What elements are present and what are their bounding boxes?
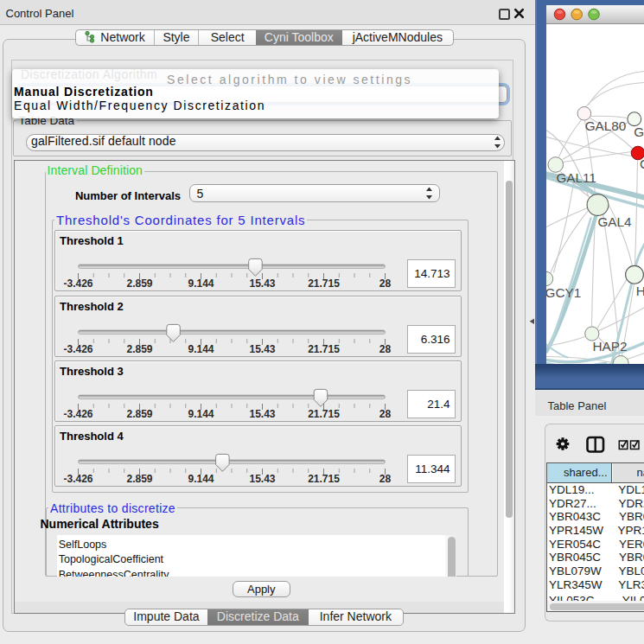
svg-text:GAL11: GAL11 bbox=[556, 169, 596, 184]
svg-text:GCY1: GCY1 bbox=[546, 284, 581, 299]
svg-text:15.43: 15.43 bbox=[249, 277, 275, 290]
svg-text:HAP2: HAP2 bbox=[592, 338, 627, 353]
svg-text:-3.426: -3.426 bbox=[63, 277, 92, 290]
svg-text:9.144: 9.144 bbox=[188, 342, 214, 354]
svg-text:9.144: 9.144 bbox=[188, 407, 214, 419]
svg-text:GAL4: GAL4 bbox=[597, 214, 632, 228]
svg-text:28: 28 bbox=[379, 473, 392, 485]
svg-text:-3.426: -3.426 bbox=[63, 473, 92, 485]
svg-text:15.43: 15.43 bbox=[249, 407, 275, 419]
svg-text:9.144: 9.144 bbox=[188, 277, 214, 290]
svg-text:GA: GA bbox=[634, 124, 644, 139]
svg-text:21.715: 21.715 bbox=[308, 277, 340, 290]
svg-text:-3.426: -3.426 bbox=[63, 407, 92, 419]
svg-text:GAL80: GAL80 bbox=[584, 118, 626, 133]
svg-text:2.859: 2.859 bbox=[126, 407, 152, 419]
svg-text:28: 28 bbox=[379, 407, 392, 419]
svg-text:21.715: 21.715 bbox=[308, 342, 340, 354]
svg-text:C: C bbox=[640, 156, 644, 171]
svg-text:28: 28 bbox=[379, 277, 392, 290]
svg-text:15.43: 15.43 bbox=[249, 342, 275, 354]
svg-text:2.859: 2.859 bbox=[126, 473, 152, 485]
svg-text:21.715: 21.715 bbox=[308, 407, 340, 419]
svg-text:2.859: 2.859 bbox=[126, 277, 152, 290]
svg-text:15.43: 15.43 bbox=[249, 473, 275, 485]
svg-text:28: 28 bbox=[379, 342, 392, 354]
svg-text:H: H bbox=[635, 284, 644, 298]
svg-text:2.859: 2.859 bbox=[126, 342, 152, 354]
svg-text:9.144: 9.144 bbox=[188, 473, 214, 485]
svg-text:21.715: 21.715 bbox=[308, 473, 340, 485]
svg-text:-3.426: -3.426 bbox=[63, 342, 92, 354]
